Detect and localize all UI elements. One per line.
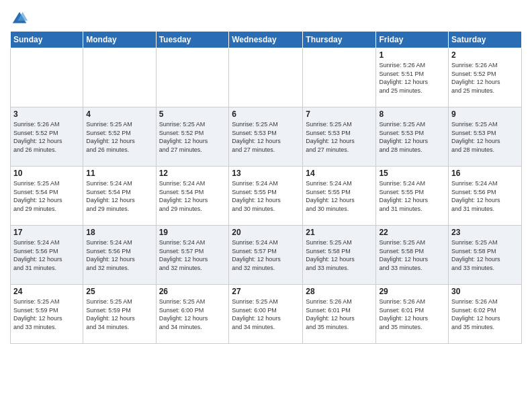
day-cell: 13Sunrise: 5:24 AM Sunset: 5:55 PM Dayli… (229, 167, 303, 226)
day-info: Sunrise: 5:24 AM Sunset: 5:56 PM Dayligh… (86, 238, 152, 272)
day-cell: 27Sunrise: 5:25 AM Sunset: 6:00 PM Dayli… (229, 285, 303, 344)
day-info: Sunrise: 5:24 AM Sunset: 5:57 PM Dayligh… (232, 238, 300, 272)
day-number: 27 (232, 287, 300, 296)
weekday-header-row: SundayMondayTuesdayWednesdayThursdayFrid… (11, 32, 522, 48)
day-cell: 28Sunrise: 5:26 AM Sunset: 6:01 PM Dayli… (303, 285, 376, 344)
day-info: Sunrise: 5:25 AM Sunset: 5:58 PM Dayligh… (306, 238, 373, 272)
header (10, 7, 522, 28)
day-cell (156, 48, 229, 107)
day-number: 7 (306, 109, 373, 119)
day-number: 8 (379, 109, 445, 119)
day-cell: 26Sunrise: 5:25 AM Sunset: 6:00 PM Dayli… (156, 285, 229, 344)
day-info: Sunrise: 5:25 AM Sunset: 5:53 PM Dayligh… (379, 120, 445, 154)
day-number: 2 (451, 50, 519, 60)
day-info: Sunrise: 5:25 AM Sunset: 5:53 PM Dayligh… (232, 120, 300, 154)
day-info: Sunrise: 5:25 AM Sunset: 5:59 PM Dayligh… (86, 298, 152, 331)
day-cell: 4Sunrise: 5:25 AM Sunset: 5:52 PM Daylig… (83, 107, 156, 167)
day-number: 24 (13, 287, 80, 296)
day-info: Sunrise: 5:24 AM Sunset: 5:57 PM Dayligh… (159, 238, 226, 272)
day-cell: 10Sunrise: 5:25 AM Sunset: 5:54 PM Dayli… (11, 167, 83, 226)
day-number: 14 (306, 169, 373, 178)
week-row-1: 3Sunrise: 5:26 AM Sunset: 5:52 PM Daylig… (11, 107, 522, 167)
day-info: Sunrise: 5:24 AM Sunset: 5:55 PM Dayligh… (232, 179, 300, 213)
day-cell (229, 48, 303, 107)
day-number: 15 (379, 169, 445, 178)
day-info: Sunrise: 5:24 AM Sunset: 5:54 PM Dayligh… (159, 179, 226, 213)
weekday-tuesday: Tuesday (156, 32, 229, 48)
day-cell: 25Sunrise: 5:25 AM Sunset: 5:59 PM Dayli… (83, 285, 156, 344)
day-info: Sunrise: 5:26 AM Sunset: 6:01 PM Dayligh… (306, 298, 373, 331)
weekday-sunday: Sunday (11, 32, 83, 48)
day-number: 22 (379, 228, 445, 237)
day-info: Sunrise: 5:25 AM Sunset: 5:58 PM Dayligh… (379, 238, 445, 272)
day-number: 26 (159, 287, 226, 296)
day-cell: 20Sunrise: 5:24 AM Sunset: 5:57 PM Dayli… (229, 226, 303, 285)
day-number: 10 (13, 169, 80, 178)
day-info: Sunrise: 5:25 AM Sunset: 5:54 PM Dayligh… (13, 179, 80, 213)
day-number: 4 (86, 109, 152, 119)
day-number: 13 (232, 169, 300, 178)
calendar-table: SundayMondayTuesdayWednesdayThursdayFrid… (10, 31, 522, 344)
day-number: 3 (13, 109, 80, 119)
day-cell: 16Sunrise: 5:24 AM Sunset: 5:56 PM Dayli… (449, 167, 522, 226)
weekday-thursday: Thursday (303, 32, 376, 48)
day-number: 18 (86, 228, 152, 237)
day-cell: 23Sunrise: 5:25 AM Sunset: 5:58 PM Dayli… (449, 226, 522, 285)
day-number: 11 (86, 169, 152, 178)
day-number: 6 (232, 109, 300, 119)
day-cell (83, 48, 156, 107)
day-info: Sunrise: 5:26 AM Sunset: 5:52 PM Dayligh… (13, 120, 80, 154)
day-info: Sunrise: 5:25 AM Sunset: 5:58 PM Dayligh… (451, 238, 519, 272)
week-row-2: 10Sunrise: 5:25 AM Sunset: 5:54 PM Dayli… (11, 167, 522, 226)
day-cell: 6Sunrise: 5:25 AM Sunset: 5:53 PM Daylig… (229, 107, 303, 167)
day-cell: 30Sunrise: 5:26 AM Sunset: 6:02 PM Dayli… (449, 285, 522, 344)
day-info: Sunrise: 5:25 AM Sunset: 5:52 PM Dayligh… (159, 120, 226, 154)
weekday-friday: Friday (376, 32, 449, 48)
day-info: Sunrise: 5:26 AM Sunset: 5:52 PM Dayligh… (451, 61, 519, 95)
day-number: 21 (306, 228, 373, 237)
day-cell: 17Sunrise: 5:24 AM Sunset: 5:56 PM Dayli… (11, 226, 83, 285)
day-info: Sunrise: 5:25 AM Sunset: 5:52 PM Dayligh… (86, 120, 152, 154)
day-cell: 9Sunrise: 5:25 AM Sunset: 5:53 PM Daylig… (449, 107, 522, 167)
day-number: 23 (451, 228, 519, 237)
day-info: Sunrise: 5:26 AM Sunset: 5:51 PM Dayligh… (379, 61, 445, 95)
week-row-0: 1Sunrise: 5:26 AM Sunset: 5:51 PM Daylig… (11, 48, 522, 107)
day-number: 5 (159, 109, 226, 119)
day-cell: 2Sunrise: 5:26 AM Sunset: 5:52 PM Daylig… (449, 48, 522, 107)
weekday-saturday: Saturday (449, 32, 522, 48)
day-info: Sunrise: 5:24 AM Sunset: 5:56 PM Dayligh… (451, 179, 519, 213)
day-info: Sunrise: 5:25 AM Sunset: 6:00 PM Dayligh… (232, 298, 300, 331)
day-cell: 8Sunrise: 5:25 AM Sunset: 5:53 PM Daylig… (376, 107, 449, 167)
day-cell: 18Sunrise: 5:24 AM Sunset: 5:56 PM Dayli… (83, 226, 156, 285)
day-info: Sunrise: 5:24 AM Sunset: 5:55 PM Dayligh… (306, 179, 373, 213)
logo (10, 9, 30, 28)
week-row-3: 17Sunrise: 5:24 AM Sunset: 5:56 PM Dayli… (11, 226, 522, 285)
day-info: Sunrise: 5:24 AM Sunset: 5:56 PM Dayligh… (13, 238, 80, 272)
day-number: 29 (379, 287, 445, 296)
day-cell: 29Sunrise: 5:26 AM Sunset: 6:01 PM Dayli… (376, 285, 449, 344)
day-number: 16 (451, 169, 519, 178)
logo-icon (10, 9, 29, 28)
week-row-4: 24Sunrise: 5:25 AM Sunset: 5:59 PM Dayli… (11, 285, 522, 344)
day-number: 9 (451, 109, 519, 119)
weekday-wednesday: Wednesday (229, 32, 303, 48)
day-info: Sunrise: 5:24 AM Sunset: 5:54 PM Dayligh… (86, 179, 152, 213)
day-info: Sunrise: 5:26 AM Sunset: 6:02 PM Dayligh… (451, 298, 519, 331)
day-info: Sunrise: 5:25 AM Sunset: 5:59 PM Dayligh… (13, 298, 80, 331)
day-cell: 11Sunrise: 5:24 AM Sunset: 5:54 PM Dayli… (83, 167, 156, 226)
day-number: 30 (451, 287, 519, 296)
day-cell (11, 48, 83, 107)
page: SundayMondayTuesdayWednesdayThursdayFrid… (0, 0, 532, 411)
weekday-monday: Monday (83, 32, 156, 48)
day-cell: 22Sunrise: 5:25 AM Sunset: 5:58 PM Dayli… (376, 226, 449, 285)
day-cell (303, 48, 376, 107)
day-info: Sunrise: 5:25 AM Sunset: 5:53 PM Dayligh… (451, 120, 519, 154)
day-info: Sunrise: 5:26 AM Sunset: 6:01 PM Dayligh… (379, 298, 445, 331)
day-cell: 5Sunrise: 5:25 AM Sunset: 5:52 PM Daylig… (156, 107, 229, 167)
day-cell: 24Sunrise: 5:25 AM Sunset: 5:59 PM Dayli… (11, 285, 83, 344)
day-number: 1 (379, 50, 445, 60)
day-number: 25 (86, 287, 152, 296)
day-number: 17 (13, 228, 80, 237)
day-number: 19 (159, 228, 226, 237)
day-cell: 3Sunrise: 5:26 AM Sunset: 5:52 PM Daylig… (11, 107, 83, 167)
